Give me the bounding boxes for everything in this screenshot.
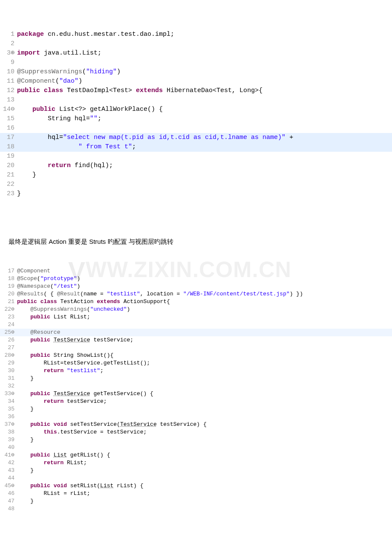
code-line[interactable]: 22: [0, 180, 392, 189]
line-number: 43: [0, 467, 17, 474]
code-line[interactable]: 42 return RList;: [0, 459, 392, 467]
code-content: @SuppressWarnings("unchecked"): [17, 306, 392, 313]
code-line[interactable]: 12public class TestDaoImpl<Test> extends…: [0, 86, 392, 95]
code-line[interactable]: 20@Results( { @Result(name = "testlist",…: [0, 290, 392, 298]
code-line[interactable]: 47 }: [0, 497, 392, 505]
code-line[interactable]: 32: [0, 382, 392, 390]
line-number: 22⊖: [0, 306, 17, 313]
code-line[interactable]: 48: [0, 505, 392, 513]
line-number: 20: [0, 290, 17, 298]
code-content: RList = rList;: [17, 490, 392, 497]
code-line[interactable]: 27: [0, 344, 392, 352]
code-line[interactable]: 35 }: [0, 405, 392, 413]
code-line[interactable]: 20 return find(hql);: [0, 161, 392, 171]
code-content: public List getRList() {: [17, 451, 392, 459]
code-line[interactable]: 11@Component("dao"): [0, 77, 392, 86]
code-content: public class TestAction extends ActionSu…: [17, 298, 392, 306]
code-line[interactable]: 19@Namespace("/test"): [0, 283, 392, 290]
line-number: 29: [0, 359, 17, 367]
line-number: 12: [0, 86, 17, 95]
line-number: 23: [0, 189, 17, 199]
code-line[interactable]: 24: [0, 321, 392, 329]
code-content: return "testlist";: [17, 367, 392, 375]
code-content: }: [17, 189, 392, 199]
line-number: 33⊖: [0, 390, 17, 398]
code-editor-action[interactable]: VWW.ZIXIN.COM.CN 17@Component18@Scope("p…: [0, 267, 392, 513]
code-content: public class TestDaoImpl<Test> extends H…: [17, 86, 392, 95]
line-number: 44: [0, 474, 17, 482]
code-line[interactable]: 37⊖ public void setTestService(TestServi…: [0, 421, 392, 428]
code-content: }: [17, 171, 392, 180]
code-line[interactable]: 40: [0, 444, 392, 451]
code-line[interactable]: 28⊖ public String ShowList(){: [0, 352, 392, 359]
code-line[interactable]: 46 RList = rList;: [0, 490, 392, 497]
code-content: }: [17, 436, 392, 444]
line-number: 15: [0, 114, 17, 124]
code-line[interactable]: 22⊖ @SuppressWarnings("unchecked"): [0, 306, 392, 313]
code-content: public void setRList(List rList) {: [17, 482, 392, 490]
code-line[interactable]: 17@Component: [0, 267, 392, 275]
code-line[interactable]: 43 }: [0, 467, 392, 474]
code-line[interactable]: 15 String hql="";: [0, 114, 392, 124]
line-number: 36: [0, 413, 17, 421]
code-line[interactable]: 38 this.testService = testService;: [0, 428, 392, 436]
code-line[interactable]: 33⊖ public TestService getTestService() …: [0, 390, 392, 398]
code-line[interactable]: 23}: [0, 189, 392, 199]
code-content: import java.util.List;: [17, 49, 392, 58]
code-line[interactable]: 3⊕import java.util.List;: [0, 49, 392, 58]
code-content: return RList;: [17, 459, 392, 467]
line-number: 40: [0, 444, 17, 451]
code-content: @SuppressWarnings("hiding"): [17, 67, 392, 77]
code-line[interactable]: 21 }: [0, 171, 392, 180]
line-number: 34: [0, 398, 17, 405]
code-line[interactable]: 26 public TestService testService;: [0, 336, 392, 344]
code-line[interactable]: 17 hql="select new map(t.pid as id,t.cid…: [0, 133, 392, 142]
code-line[interactable]: 21public class TestAction extends Action…: [0, 298, 392, 306]
code-content: public List<?> getAllWorkPlace() {: [17, 105, 392, 114]
line-number: 18: [0, 142, 17, 152]
code-line[interactable]: 29 RList=testService.getTestList();: [0, 359, 392, 367]
line-number: 1: [0, 30, 17, 39]
code-line[interactable]: 23 public List RList;: [0, 313, 392, 321]
line-number: 9: [0, 58, 17, 67]
code-content: @Results( { @Result(name = "testlist", l…: [17, 290, 392, 298]
code-line[interactable]: 39 }: [0, 436, 392, 444]
code-line[interactable]: 14⊖ public List<?> getAllWorkPlace() {: [0, 105, 392, 114]
code-line[interactable]: 44: [0, 474, 392, 482]
code-content: @Namespace("/test"): [17, 283, 392, 290]
line-number: 45⊖: [0, 482, 17, 490]
line-number: 39: [0, 436, 17, 444]
line-number: 10: [0, 67, 17, 77]
code-line[interactable]: 18@Scope("prototype"): [0, 275, 392, 283]
code-line[interactable]: 30 return "testlist";: [0, 367, 392, 375]
line-number: 21: [0, 298, 17, 306]
code-line[interactable]: 45⊖ public void setRList(List rList) {: [0, 482, 392, 490]
code-editor-dao[interactable]: 1package cn.edu.hust.mestar.test.dao.imp…: [0, 30, 392, 216]
line-number: 41⊖: [0, 451, 17, 459]
line-number: 30: [0, 367, 17, 375]
code-line[interactable]: 16: [0, 124, 392, 133]
line-number: 48: [0, 505, 17, 513]
code-line[interactable]: 31 }: [0, 375, 392, 382]
code-line[interactable]: 19: [0, 152, 392, 161]
line-number: 46: [0, 490, 17, 497]
code-line[interactable]: 34 return testService;: [0, 398, 392, 405]
line-number: 35: [0, 405, 17, 413]
code-line[interactable]: 41⊖ public List getRList() {: [0, 451, 392, 459]
code-line[interactable]: 18 " from Test t";: [0, 142, 392, 152]
line-number: 47: [0, 497, 17, 505]
code-line[interactable]: 36: [0, 413, 392, 421]
code-content: public List RList;: [17, 313, 392, 321]
code-line[interactable]: 13: [0, 95, 392, 105]
line-number: 32: [0, 382, 17, 390]
code-line[interactable]: 1package cn.edu.hust.mestar.test.dao.imp…: [0, 30, 392, 39]
line-number: 26: [0, 336, 17, 344]
code-line[interactable]: 9: [0, 58, 392, 67]
code-line[interactable]: 2: [0, 39, 392, 49]
line-number: 18: [0, 275, 17, 283]
code-line[interactable]: 10@SuppressWarnings("hiding"): [0, 67, 392, 77]
code-content: String hql="";: [17, 114, 392, 124]
code-line[interactable]: 25⊖ @Resource: [0, 329, 392, 336]
line-number: 21: [0, 171, 17, 180]
line-number: 25⊖: [0, 329, 17, 336]
